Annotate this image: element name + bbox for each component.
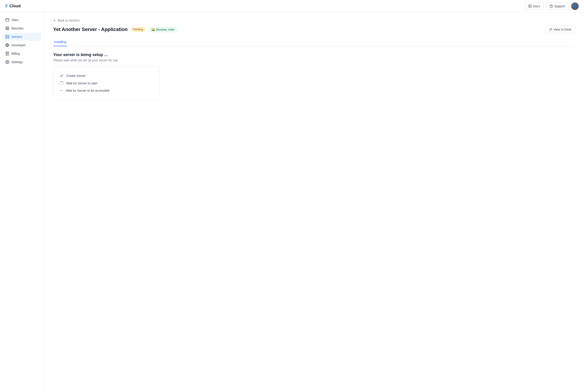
steps-card: Create Server Wait for Server to start —…: [53, 66, 160, 100]
gear-icon: [5, 60, 9, 64]
back-link[interactable]: Back to Servers: [53, 18, 575, 22]
location-label: Mumbai, India: [156, 28, 174, 31]
docs-button[interactable]: Docs: [525, 3, 543, 10]
sidebar-item-benches[interactable]: Benches: [3, 24, 42, 32]
external-link-icon: [549, 28, 552, 31]
svg-line-19: [550, 28, 552, 30]
svg-rect-5: [8, 27, 9, 28]
view-in-desk-button[interactable]: View in Desk: [545, 26, 575, 33]
svg-rect-7: [8, 29, 9, 30]
step-create-server: Create Server: [60, 72, 153, 80]
book-icon: [528, 4, 532, 8]
flag-icon: 🇮🇳: [151, 28, 155, 31]
page-title: Yet Another Server - Application: [53, 26, 128, 32]
setup-heading: Your server is being setup ...: [53, 52, 575, 57]
svg-point-17: [7, 62, 8, 63]
sidebar: Sites Benches Servers Developer Billing: [0, 12, 44, 392]
avatar-image: 👤: [571, 2, 579, 10]
svg-rect-2: [6, 18, 9, 22]
step-wait-start: Wait for Server to start: [60, 80, 153, 87]
status-badge: Pending: [131, 27, 145, 32]
back-link-label: Back to Servers: [58, 18, 80, 22]
support-icon: [549, 4, 553, 8]
logo-icon: F: [5, 4, 8, 9]
sidebar-item-developer-label: Developer: [12, 44, 26, 47]
topnav: F Cloud Docs Support 👤: [0, 0, 584, 12]
sidebar-item-billing[interactable]: Billing: [3, 50, 42, 58]
sidebar-item-sites[interactable]: Sites: [3, 16, 42, 24]
topnav-right: Docs Support 👤: [525, 2, 579, 10]
setup-subtext: Please wait while we set up your server …: [53, 58, 575, 62]
user-avatar[interactable]: 👤: [571, 2, 579, 10]
receipt-icon: [5, 52, 9, 56]
sidebar-item-billing-label: Billing: [12, 52, 20, 55]
svg-rect-6: [6, 29, 7, 30]
sidebar-item-settings-label: Settings: [12, 60, 23, 64]
location-badge: 🇮🇳 Mumbai, India: [149, 27, 177, 32]
step-wait-accessible: — Wait for Server to be accessible: [60, 87, 153, 94]
tab-installing[interactable]: Installing: [53, 38, 67, 46]
globe-icon: [5, 43, 9, 47]
logo[interactable]: F Cloud: [5, 4, 21, 9]
main-content: Back to Servers Yet Another Server - App…: [44, 12, 584, 392]
sidebar-item-settings[interactable]: Settings: [3, 58, 42, 66]
sidebar-item-sites-label: Sites: [12, 18, 19, 22]
servers-icon: [5, 35, 9, 39]
page-header: Yet Another Server - Application Pending…: [53, 26, 575, 33]
view-in-desk-label: View in Desk: [553, 28, 571, 31]
svg-rect-4: [6, 27, 7, 28]
support-button[interactable]: Support: [546, 3, 568, 10]
app-layout: Sites Benches Servers Developer Billing: [0, 12, 584, 392]
check-icon: [60, 74, 64, 78]
benches-icon: [5, 26, 9, 30]
dash-icon: —: [60, 89, 63, 92]
sidebar-item-benches-label: Benches: [12, 26, 24, 30]
step-wait-accessible-label: Wait for Server to be accessible: [66, 89, 110, 92]
sidebar-item-servers-label: Servers: [12, 35, 22, 38]
step-create-server-label: Create Server: [66, 74, 86, 78]
page-header-left: Yet Another Server - Application Pending…: [53, 26, 177, 32]
step-wait-start-label: Wait for Server to start: [66, 82, 97, 85]
arrow-left-icon: [53, 19, 56, 22]
spinner-icon: [60, 81, 64, 85]
docs-label: Docs: [533, 4, 540, 8]
browser-icon: [5, 18, 9, 22]
sidebar-item-servers[interactable]: Servers: [3, 33, 42, 41]
logo-text: Cloud: [9, 4, 21, 8]
sidebar-item-developer[interactable]: Developer: [3, 41, 42, 49]
tabs-bar: Installing: [53, 38, 575, 46]
support-label: Support: [554, 4, 565, 8]
